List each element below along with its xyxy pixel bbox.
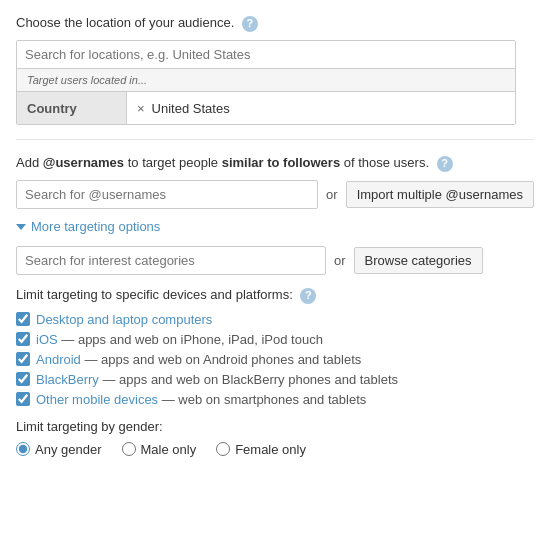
gender-text-female: Female only	[235, 442, 306, 457]
username-or-label: or	[326, 187, 338, 202]
device-label-android[interactable]: Android — apps and web on Android phones…	[36, 352, 361, 367]
gender-radio-female[interactable]	[216, 442, 230, 456]
more-targeting-section[interactable]: More targeting options	[16, 219, 534, 234]
username-at-text: @usernames	[43, 155, 124, 170]
device-detail-android: — apps and web on Android phones and tab…	[81, 352, 361, 367]
location-section: Choose the location of your audience. ? …	[16, 14, 534, 125]
gender-option-male[interactable]: Male only	[122, 442, 197, 457]
username-label-middle: to target people	[124, 155, 222, 170]
device-label-desktop[interactable]: Desktop and laptop computers	[36, 312, 212, 327]
location-label: Choose the location of your audience. ?	[16, 14, 534, 32]
username-search-input[interactable]	[16, 180, 318, 209]
device-detail-ios: — apps and web on iPhone, iPad, iPod tou…	[58, 332, 323, 347]
devices-list: Desktop and laptop computersiOS — apps a…	[16, 312, 534, 407]
device-checkbox-blackberry[interactable]	[16, 372, 30, 386]
username-label: Add @usernames to target people similar …	[16, 154, 534, 172]
import-usernames-button[interactable]: Import multiple @usernames	[346, 181, 534, 208]
gender-option-any[interactable]: Any gender	[16, 442, 102, 457]
location-input-wrapper	[17, 41, 515, 69]
devices-limit-label: Limit targeting to specific devices and …	[16, 287, 534, 304]
device-row-ios: iOS — apps and web on iPhone, iPad, iPod…	[16, 332, 534, 347]
devices-label-text: Limit targeting to specific devices and …	[16, 287, 293, 302]
location-table-header: Target users located in...	[17, 69, 515, 92]
country-column-label: Country	[17, 92, 127, 124]
gender-radio-male[interactable]	[122, 442, 136, 456]
device-row-blackberry: BlackBerry — apps and web on BlackBerry …	[16, 372, 534, 387]
device-row-desktop: Desktop and laptop computers	[16, 312, 534, 327]
device-checkbox-ios[interactable]	[16, 332, 30, 346]
gender-text-male: Male only	[141, 442, 197, 457]
location-table-row: Country × United States	[17, 92, 515, 124]
country-value-text: United States	[152, 101, 230, 116]
gender-radio-any[interactable]	[16, 442, 30, 456]
country-label-text: Country	[27, 101, 77, 116]
browse-categories-button[interactable]: Browse categories	[354, 247, 483, 274]
device-label-ios[interactable]: iOS — apps and web on iPhone, iPad, iPod…	[36, 332, 323, 347]
device-checkbox-other[interactable]	[16, 392, 30, 406]
devices-help-icon[interactable]: ?	[300, 288, 316, 304]
location-help-icon[interactable]: ?	[242, 16, 258, 32]
device-label-other[interactable]: Other mobile devices — web on smartphone…	[36, 392, 366, 407]
device-row-other: Other mobile devices — web on smartphone…	[16, 392, 534, 407]
username-section: Add @usernames to target people similar …	[16, 154, 534, 209]
country-value-cell: × United States	[127, 95, 240, 122]
location-wrapper: Target users located in... Country × Uni…	[16, 40, 516, 125]
device-detail-blackberry: — apps and web on BlackBerry phones and …	[99, 372, 398, 387]
categories-or-label: or	[334, 253, 346, 268]
location-search-input[interactable]	[17, 41, 515, 69]
device-checkbox-android[interactable]	[16, 352, 30, 366]
username-label-suffix: of those users.	[340, 155, 429, 170]
username-label-prefix: Add	[16, 155, 43, 170]
device-detail-other: — web on smartphones and tablets	[158, 392, 366, 407]
remove-country-button[interactable]: ×	[137, 101, 145, 116]
categories-row: or Browse categories	[16, 246, 534, 275]
username-help-icon[interactable]: ?	[437, 156, 453, 172]
target-users-label: Target users located in...	[27, 74, 147, 86]
device-label-blackberry[interactable]: BlackBerry — apps and web on BlackBerry …	[36, 372, 398, 387]
location-label-text: Choose the location of your audience.	[16, 15, 234, 30]
username-input-row: or Import multiple @usernames	[16, 180, 534, 209]
device-row-android: Android — apps and web on Android phones…	[16, 352, 534, 367]
divider-1	[16, 139, 534, 140]
more-targeting-label[interactable]: More targeting options	[31, 219, 160, 234]
categories-search-input[interactable]	[16, 246, 326, 275]
gender-section: Limit targeting by gender: Any genderMal…	[16, 419, 534, 457]
triangle-down-icon	[16, 224, 26, 230]
gender-option-female[interactable]: Female only	[216, 442, 306, 457]
gender-label-text: Limit targeting by gender:	[16, 419, 163, 434]
username-label-bold: similar to followers	[222, 155, 340, 170]
gender-limit-label: Limit targeting by gender:	[16, 419, 534, 434]
gender-text-any: Any gender	[35, 442, 102, 457]
devices-section: Limit targeting to specific devices and …	[16, 287, 534, 407]
device-checkbox-desktop[interactable]	[16, 312, 30, 326]
gender-radio-row: Any genderMale onlyFemale only	[16, 442, 534, 457]
